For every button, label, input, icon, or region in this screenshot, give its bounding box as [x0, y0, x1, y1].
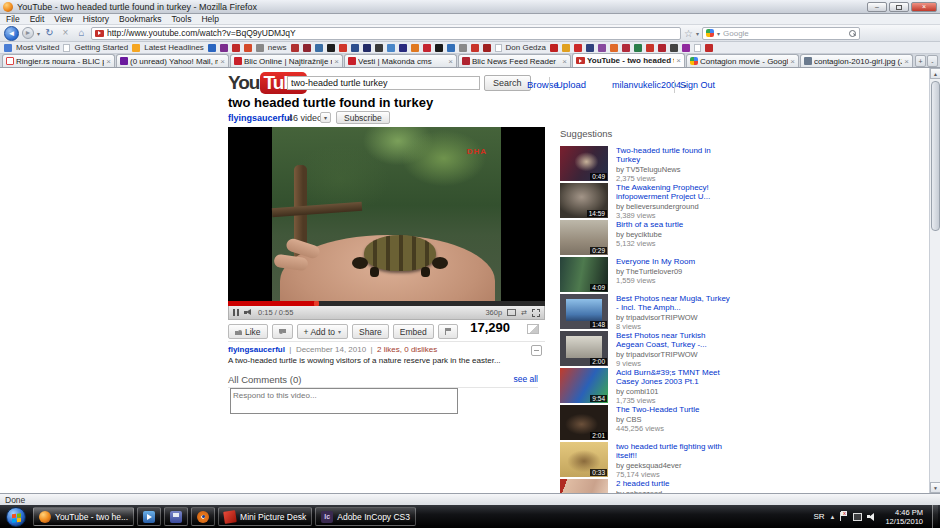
tab-google-search[interactable]: Contagion movie - Google Search ×: [686, 54, 799, 67]
tab-close-icon[interactable]: ×: [676, 56, 681, 65]
suggestion-item[interactable]: 0:33 two headed turtle fighting with its…: [560, 442, 734, 478]
bookmark-favicon[interactable]: [646, 44, 654, 52]
video-player[interactable]: DHA 0:15 / 0:55 360p ⇄: [228, 127, 545, 320]
video-thumbnail[interactable]: 2:01: [560, 405, 608, 440]
bookmark-favicon[interactable]: [483, 44, 491, 52]
add-to-button[interactable]: + Add to▾: [297, 324, 348, 339]
suggestion-item[interactable]: 9:54 Acid Burn&#39;s TMNT Meet Casey Jon…: [560, 368, 734, 404]
bookmark-most-visited[interactable]: Most Visited: [16, 43, 59, 52]
statistics-icon[interactable]: [527, 324, 539, 334]
menu-edit[interactable]: Edit: [30, 14, 45, 24]
suggestion-uploader[interactable]: by tripadvisorTRIPWOW: [616, 313, 734, 322]
menu-history[interactable]: History: [83, 14, 109, 24]
share-button[interactable]: Share: [352, 324, 389, 339]
video-thumbnail[interactable]: 0:49: [560, 146, 608, 181]
bookmark-favicon[interactable]: [447, 44, 455, 52]
taskbar-firefox[interactable]: YouTube - two he...: [33, 507, 134, 526]
taskbar-save-app[interactable]: [164, 507, 188, 526]
byline-uploader[interactable]: flyingsaucerful: [228, 345, 285, 354]
tab-overflow-right[interactable]: -: [927, 55, 938, 67]
resize-icon[interactable]: ⇄: [521, 309, 527, 316]
bookmark-favicon[interactable]: [387, 44, 395, 52]
bookmark-favicon[interactable]: [682, 44, 690, 52]
bookmark-favicon[interactable]: [562, 44, 570, 52]
youtube-search-button[interactable]: Search: [484, 75, 531, 91]
menu-file[interactable]: File: [6, 14, 20, 24]
embed-button[interactable]: Embed: [393, 324, 434, 339]
tab-blic-online[interactable]: Blic Online | Najtiražnije novine ... ×: [230, 54, 343, 67]
menu-view[interactable]: View: [54, 14, 72, 24]
suggestion-item[interactable]: 0:29 Birth of a sea turtle by beyciktube…: [560, 220, 734, 256]
bookmark-favicon[interactable]: [208, 44, 216, 52]
scrollbar-thumb[interactable]: [931, 81, 940, 231]
browse-link[interactable]: Browse: [527, 79, 559, 90]
bookmark-favicon[interactable]: [399, 44, 407, 52]
tab-vesti-makonda[interactable]: Vesti | Makonda cms ×: [344, 54, 457, 67]
user-menu[interactable]: milanvukelic2004 ▾: [612, 80, 687, 90]
expand-description-icon[interactable]: [531, 345, 542, 356]
suggestion-item[interactable]: 2:00 Best Photos near Turkish Aegean Coa…: [560, 331, 734, 367]
back-button[interactable]: ◄: [4, 26, 19, 41]
bookmark-favicon[interactable]: [315, 44, 323, 52]
suggestion-item[interactable]: 14:59 The Awakening Prophecy! infopowerm…: [560, 183, 734, 219]
bookmark-favicon[interactable]: [658, 44, 666, 52]
video-thumbnail[interactable]: 4:09: [560, 257, 608, 292]
bookmark-favicon[interactable]: [339, 44, 347, 52]
bookmark-favicon[interactable]: [550, 44, 558, 52]
maximize-button[interactable]: [889, 2, 909, 12]
bookmark-favicon[interactable]: [610, 44, 618, 52]
upload-link[interactable]: Upload: [556, 79, 586, 90]
tray-window-icon[interactable]: [853, 513, 862, 521]
start-button[interactable]: [6, 507, 26, 527]
suggestion-title[interactable]: 2 headed turtle: [616, 479, 734, 488]
suggestion-title[interactable]: Birth of a sea turtle: [616, 220, 734, 229]
tab-close-icon[interactable]: ×: [562, 57, 567, 66]
tab-yahoo-mail[interactable]: (0 unread) Yahoo! Mail, milanvu... ×: [116, 54, 229, 67]
suggestion-title[interactable]: Best Photos near Mugla, Turkey - Incl. T…: [616, 294, 734, 312]
suggestion-uploader[interactable]: by CBS: [616, 415, 734, 424]
video-thumbnail[interactable]: 0:29: [560, 220, 608, 255]
history-dropdown-icon[interactable]: ▾: [37, 30, 40, 37]
language-indicator[interactable]: SR: [813, 512, 824, 521]
tab-ringier-mail[interactable]: Ringier.rs пошта - BLIC pitanja -... ×: [2, 54, 115, 67]
tab-close-icon[interactable]: ×: [106, 57, 111, 66]
see-all-link[interactable]: see all: [513, 374, 538, 385]
tab-youtube-active[interactable]: YouTube - two headed turtle ... ×: [572, 53, 685, 67]
video-thumbnail[interactable]: 2:00: [560, 331, 608, 366]
tab-close-icon[interactable]: ×: [790, 57, 795, 66]
vertical-scrollbar[interactable]: ▲ ▼: [929, 68, 940, 493]
tab-overflow-left[interactable]: +: [915, 55, 926, 67]
bookmark-favicon[interactable]: [634, 44, 642, 52]
subscribe-button[interactable]: Subscribe: [336, 111, 390, 124]
bookmark-news[interactable]: news: [268, 43, 287, 52]
close-button[interactable]: ×: [911, 2, 937, 12]
google-search-placeholder[interactable]: Google: [723, 29, 846, 38]
like-button[interactable]: Like: [228, 324, 268, 339]
uploader-link[interactable]: flyingsaucerful: [228, 113, 292, 123]
bookmark-favicon[interactable]: [351, 44, 359, 52]
video-thumbnail[interactable]: 14:59: [560, 183, 608, 218]
bookmark-favicon[interactable]: [622, 44, 630, 52]
bookmark-favicon[interactable]: [303, 44, 311, 52]
minimize-button[interactable]: –: [867, 2, 887, 12]
dislike-button[interactable]: [272, 324, 293, 339]
pause-button[interactable]: [233, 309, 239, 316]
suggestion-item[interactable]: 2 headed turtle by sabozzoad: [560, 479, 734, 493]
suggestion-title[interactable]: Two-headed turtle found in Turkey: [616, 146, 734, 164]
suggestion-uploader[interactable]: by TV5TeluguNews: [616, 165, 734, 174]
suggestion-uploader[interactable]: by believersunderground: [616, 202, 734, 211]
tray-expand-icon[interactable]: ▲: [830, 514, 836, 520]
taskbar-adobe-incopy[interactable]: Ic Adobe InCopy CS3: [315, 507, 416, 526]
suggestion-uploader[interactable]: by geeksquad4ever: [616, 461, 734, 470]
refresh-button[interactable]: ↻: [43, 27, 56, 40]
bookmark-favicon[interactable]: [423, 44, 431, 52]
menu-bookmarks[interactable]: Bookmarks: [119, 14, 162, 24]
suggestion-uploader[interactable]: by TheTurtlelover09: [616, 267, 734, 276]
suggestion-item[interactable]: 1:48 Best Photos near Mugla, Turkey - In…: [560, 294, 734, 330]
taskbar-media-player[interactable]: [137, 507, 161, 526]
address-bar[interactable]: http://www.youtube.com/watch?v=BqQ9yUDMJ…: [91, 27, 681, 40]
tab-close-icon[interactable]: ×: [334, 57, 339, 66]
bookmark-favicon[interactable]: [574, 44, 582, 52]
video-count-dropdown-icon[interactable]: ▾: [320, 112, 331, 123]
show-desktop-button[interactable]: [932, 505, 938, 528]
